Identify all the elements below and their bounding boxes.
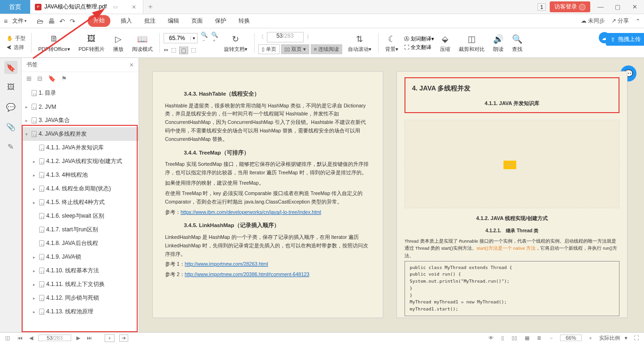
background[interactable]: ☾背景▾	[382, 33, 401, 53]
notification-badge[interactable]: 1	[537, 3, 546, 11]
full-translate[interactable]: ⛶ 全文翻译	[404, 44, 434, 51]
bookmark-item[interactable]: ▸2. JVM	[22, 100, 139, 114]
collapse-all-icon[interactable]: ⊟	[37, 75, 42, 82]
bookmark-item[interactable]: 4.1.1. JAVA并发知识库	[22, 141, 139, 155]
status-zoom-input[interactable]: 66%	[560, 335, 582, 341]
pdf-to-image[interactable]: 🖼PDF转图片	[76, 33, 107, 53]
maximize-icon[interactable]: ▢	[611, 3, 624, 10]
bookmark-item-selected[interactable]: ▾4. JAVA多线程并发	[22, 127, 139, 141]
bookmark-item[interactable]: ▸3. JAVA集合	[22, 114, 139, 127]
last-page-icon[interactable]: ⏭	[85, 335, 93, 341]
tab-annotate[interactable]: 批注	[142, 15, 157, 27]
fit-width-icon[interactable]: ⇔	[164, 47, 168, 54]
thumbnail-panel-icon[interactable]: 🖼	[4, 81, 17, 94]
read-mode[interactable]: 📖阅读模式	[129, 33, 156, 53]
status-page-input[interactable]: 53/283	[38, 335, 71, 341]
toggle-sidebar-icon[interactable]: ◫	[4, 335, 11, 341]
double-page-button[interactable]: ▯▯双页▾	[281, 44, 309, 54]
tab-edit[interactable]: 编辑	[166, 15, 181, 27]
grid-view-icon[interactable]: ▦	[523, 335, 531, 341]
presentation-icon[interactable]: ▭	[113, 4, 117, 9]
view-add-icon[interactable]: ＋	[105, 334, 115, 342]
bookmark-item[interactable]: ▸4.1.4. 线程生命周期(状态)	[22, 182, 139, 196]
prev-page-icon[interactable]: 〈	[258, 33, 264, 41]
rotate-doc[interactable]: ↻旋转文档▾	[221, 33, 250, 53]
bookmark-item[interactable]: ▸4.1.13. 线程池原理	[22, 305, 139, 318]
autoscroll[interactable]: ⇅自动滚动▾	[345, 33, 374, 53]
sync-status[interactable]: 未同步	[581, 17, 605, 25]
tab-convert[interactable]: 转换	[237, 15, 252, 27]
page-number-input[interactable]: 53/283	[267, 32, 304, 42]
view-remove-icon[interactable]: ➜	[119, 335, 128, 342]
zoom-out-status-icon[interactable]: －	[547, 335, 555, 342]
tab-document[interactable]: P JAVA核心知识点整理.pdf ▭ ✕	[30, 0, 143, 14]
close-panel-icon[interactable]: ✕	[129, 62, 134, 68]
play-button[interactable]: ▷播放	[110, 33, 126, 53]
find[interactable]: 🔍查找	[509, 33, 525, 53]
zoom-in-icon[interactable]: 🔍⁺	[210, 32, 218, 45]
link[interactable]: https://www.ibm.com/developerworks/cn/ja…	[181, 209, 321, 215]
continuous-button[interactable]: ≡连续阅读	[311, 44, 342, 54]
close-tab-icon[interactable]: ✕	[130, 4, 138, 10]
tab-start[interactable]: 开始	[88, 15, 110, 27]
first-page-icon[interactable]: ⏮	[16, 335, 24, 341]
double-view-icon[interactable]: ▯▯	[510, 335, 519, 341]
prev-page-icon[interactable]: ◀	[28, 335, 34, 341]
tab-page[interactable]: 页面	[190, 15, 205, 27]
compress[interactable]: ⬙压缩	[437, 33, 453, 53]
expand-all-icon[interactable]: ⊞	[26, 75, 32, 82]
file-menu[interactable]: 文件 ▾	[12, 17, 26, 25]
bookmark-item[interactable]: ▸4.1.10. 线程基本方法	[22, 264, 139, 278]
zoom-out-icon[interactable]: 🔍⁻	[199, 32, 208, 45]
crop-compare[interactable]: ◫裁剪和对比	[456, 33, 487, 53]
zoom-lock-icon[interactable]: ⬚	[191, 47, 196, 54]
signature-panel-icon[interactable]: ✎	[4, 140, 17, 153]
redo-icon[interactable]: ↷	[70, 17, 75, 25]
bookmark-item[interactable]: ▸4.1.2. JAVA线程实现/创建方式	[22, 155, 139, 168]
single-view-icon[interactable]: ▯	[500, 335, 505, 341]
select-tool[interactable]: ⮜选择	[7, 44, 25, 51]
next-page-icon[interactable]: 〉	[306, 33, 312, 41]
bookmark-item[interactable]: 4.1.8. JAVA后台线程	[22, 237, 139, 250]
new-tab-button[interactable]: ＋	[143, 0, 157, 14]
bookmark-panel-icon[interactable]: 🔖	[4, 61, 17, 74]
actual-scale-button[interactable]: 实际比例	[599, 335, 620, 342]
pdf-to-office[interactable]: 🗎PDF转Office▾	[35, 33, 73, 53]
bookmark-item[interactable]: ▸4.1.12. 同步锁与死锁	[22, 291, 139, 305]
zoom-input[interactable]: 65.7%▾	[164, 33, 198, 43]
bookmark-item[interactable]: 1. 目录	[22, 86, 139, 100]
hand-tool[interactable]: ✋手型	[7, 35, 25, 42]
tab-insert[interactable]: 插入	[119, 15, 134, 27]
read-aloud[interactable]: 🔊朗读	[490, 33, 506, 53]
bookmark-settings-icon[interactable]: ⚑	[61, 75, 67, 82]
comment-panel-icon[interactable]: 💬	[4, 100, 17, 114]
open-icon[interactable]: 🗁	[37, 17, 43, 25]
single-page-button[interactable]: ▯单页	[258, 44, 280, 54]
pdf-viewer[interactable]: 💬 3.4.3. HashTable（线程安全） Hashtable 是遗留类，…	[139, 58, 644, 332]
word-translate[interactable]: Ⓐ 划词翻译▾	[404, 35, 434, 42]
bookmark-item[interactable]: ▸4.1.3. 4种线程池	[22, 168, 139, 182]
add-bookmark-icon[interactable]: 🔖	[48, 75, 56, 82]
login-button[interactable]: 访客登录	[550, 1, 590, 12]
next-page-icon[interactable]: ▶	[75, 335, 82, 341]
link[interactable]: http://www.importnew.com/28263.html	[185, 261, 268, 267]
undo-icon[interactable]: ↶	[59, 17, 65, 25]
close-window-icon[interactable]: ✕	[628, 3, 641, 10]
zoom-in-status-icon[interactable]: ＋	[586, 335, 594, 342]
hamburger-icon[interactable]: ≡	[4, 17, 8, 25]
bookmark-item[interactable]: ▸4.1.9. JAVA锁	[22, 250, 139, 264]
minimize-icon[interactable]: —	[594, 3, 607, 10]
fit-page-icon[interactable]: ⬚	[171, 47, 176, 54]
link[interactable]: http://www.importnew.com/20386.html#comm…	[185, 271, 309, 277]
attachment-panel-icon[interactable]: 📎	[4, 120, 17, 133]
menu-collapse-icon[interactable]: ⌃	[636, 18, 640, 24]
tab-home[interactable]: 首页	[0, 0, 30, 14]
tab-protect[interactable]: 保护	[213, 15, 228, 27]
bookmark-item[interactable]: 4.1.6. sleep与wait 区别	[22, 209, 139, 223]
drag-upload-button[interactable]: ⇪拖拽上传	[606, 33, 644, 46]
bookmark-item[interactable]: ▸4.1.5. 终止线程4种方式	[22, 196, 139, 209]
bookmark-item[interactable]: ▸4.1.11. 线程上下文切换	[22, 278, 139, 291]
print-icon[interactable]: 🖶	[48, 17, 55, 25]
actual-size-icon[interactable]: ▢	[179, 47, 188, 54]
bookmark-item[interactable]: 4.1.7. start与run区别	[22, 223, 139, 237]
